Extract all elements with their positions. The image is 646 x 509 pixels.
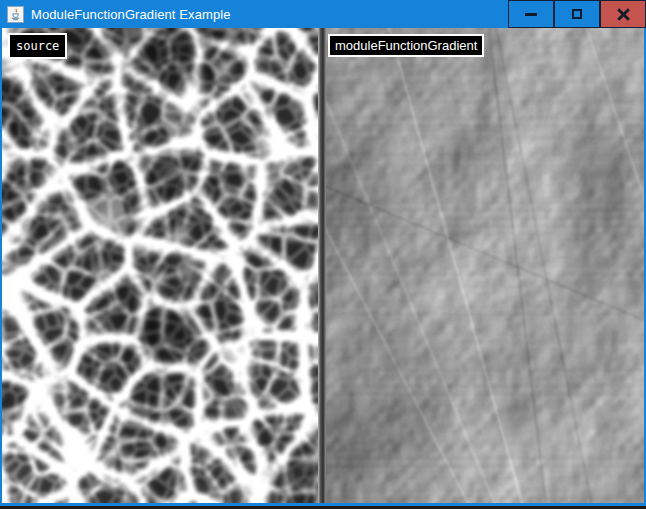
gradient-image-canvas bbox=[326, 28, 644, 503]
app-window: ModuleFunctionGradient Example source bbox=[0, 0, 646, 506]
titlebar[interactable]: ModuleFunctionGradient Example bbox=[0, 0, 646, 28]
maximize-button[interactable] bbox=[554, 0, 600, 28]
gradient-image-label: moduleFunctionGradient bbox=[328, 34, 484, 57]
source-image-canvas bbox=[2, 28, 318, 503]
gradient-image-pane: moduleFunctionGradient bbox=[326, 28, 644, 503]
window-controls bbox=[508, 0, 646, 28]
minimize-icon bbox=[525, 13, 537, 16]
java-coffee-cup-icon bbox=[7, 6, 24, 23]
window-title: ModuleFunctionGradient Example bbox=[31, 7, 231, 22]
close-icon bbox=[617, 8, 630, 21]
image-seam bbox=[318, 28, 326, 503]
image-viewport: source moduleFunctionGradient bbox=[2, 28, 644, 503]
desktop-background: ModuleFunctionGradient Example source bbox=[0, 0, 646, 509]
close-button[interactable] bbox=[600, 0, 646, 28]
maximize-icon bbox=[572, 9, 582, 19]
source-image-label: source bbox=[8, 33, 67, 59]
minimize-button[interactable] bbox=[508, 0, 554, 28]
java-logo-graphic bbox=[9, 8, 22, 21]
source-image-pane: source bbox=[2, 28, 318, 503]
